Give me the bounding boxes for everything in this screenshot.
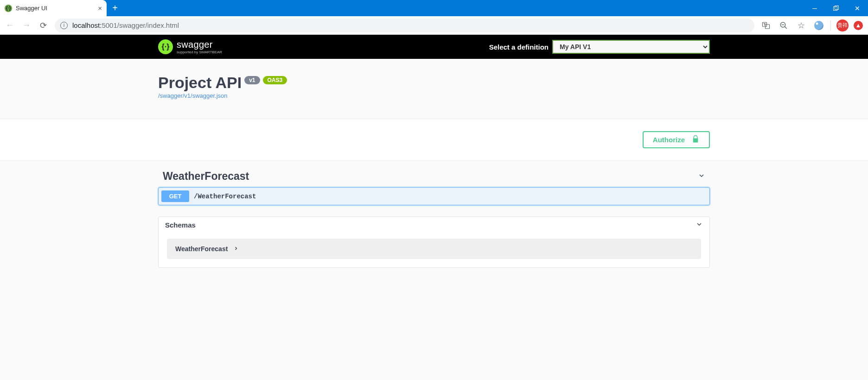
notification-icon[interactable]: ▲ (852, 18, 864, 33)
authorize-button[interactable]: Authorize (643, 131, 710, 148)
browser-tab[interactable]: {·} Swagger UI × (0, 0, 107, 16)
url-text: localhost:5001/swagger/index.html (72, 21, 179, 29)
page-content: {·} swagger supported by SMARTBEAR Selec… (0, 35, 868, 380)
svg-rect-0 (834, 6, 837, 10)
profile-avatar[interactable]: 贵祥 (835, 18, 850, 33)
tab-close-icon[interactable]: × (98, 4, 102, 12)
address-bar[interactable]: i localhost:5001/swagger/index.html (55, 19, 754, 32)
definition-select[interactable]: My API V1 (552, 40, 710, 54)
translate-icon[interactable] (758, 18, 774, 33)
tag-header[interactable]: WeatherForecast (158, 161, 710, 187)
spec-url-link[interactable]: /swagger/v1/swagger.json (158, 92, 228, 99)
svg-rect-1 (835, 6, 839, 9)
tab-title: Swagger UI (16, 5, 94, 12)
definition-label: Select a definition (489, 43, 549, 51)
schemas-section: Schemas WeatherForecast (158, 216, 710, 268)
browser-titlebar: {·} Swagger UI × + ─ ✕ (0, 0, 868, 16)
svg-line-5 (785, 26, 787, 29)
browser-urlbar: ← → ⟳ i localhost:5001/swagger/index.htm… (0, 16, 868, 35)
window-minimize-icon[interactable]: ─ (804, 0, 825, 16)
swagger-favicon-icon: {·} (5, 5, 12, 12)
schemas-label: Schemas (165, 221, 196, 229)
swagger-logo-text: swagger (177, 40, 222, 49)
schema-item-name: WeatherForecast (175, 245, 228, 253)
nav-reload-icon[interactable]: ⟳ (35, 18, 51, 33)
method-badge: GET (161, 190, 189, 202)
extension-firefox-icon[interactable] (811, 18, 827, 33)
nav-back-icon[interactable]: ← (2, 18, 18, 33)
chevron-down-icon (698, 172, 705, 181)
swagger-logo[interactable]: {·} swagger supported by SMARTBEAR (158, 39, 222, 54)
swagger-logo-subtext: supported by SMARTBEAR (177, 51, 222, 54)
auth-band: Authorize (0, 119, 868, 161)
schema-item[interactable]: WeatherForecast (167, 239, 701, 259)
operation-summary[interactable]: GET /WeatherForecast (159, 188, 709, 205)
chevron-down-icon (696, 221, 703, 229)
api-title: Project API (158, 74, 242, 92)
schemas-header[interactable]: Schemas (159, 217, 709, 233)
site-info-icon[interactable]: i (60, 22, 68, 29)
tag-name: WeatherForecast (163, 170, 249, 183)
toolbar-divider (830, 20, 831, 31)
swagger-logo-icon: {·} (158, 39, 173, 54)
operation-path: /WeatherForecast (194, 193, 256, 200)
window-maximize-icon[interactable] (825, 0, 847, 16)
swagger-top-bar: {·} swagger supported by SMARTBEAR Selec… (0, 35, 868, 59)
toolbar-right-icons: ☆ 贵祥 ▲ (758, 18, 866, 33)
api-version-badge: v1 (244, 76, 260, 84)
window-close-icon[interactable]: ✕ (847, 0, 868, 16)
api-oas-badge: OAS3 (263, 76, 287, 84)
api-info-section: Project API v1 OAS3 /swagger/v1/swagger.… (158, 59, 710, 119)
lock-icon (691, 135, 700, 145)
bookmark-star-icon[interactable]: ☆ (793, 18, 809, 33)
authorize-button-label: Authorize (653, 136, 685, 144)
chevron-right-icon (233, 245, 239, 253)
new-tab-button[interactable]: + (107, 0, 123, 16)
definition-selector: Select a definition My API V1 (489, 40, 710, 54)
window-controls: ─ ✕ (804, 0, 868, 16)
operation-block: GET /WeatherForecast (158, 187, 710, 205)
zoom-out-icon[interactable] (776, 18, 791, 33)
nav-forward-icon[interactable]: → (19, 18, 34, 33)
